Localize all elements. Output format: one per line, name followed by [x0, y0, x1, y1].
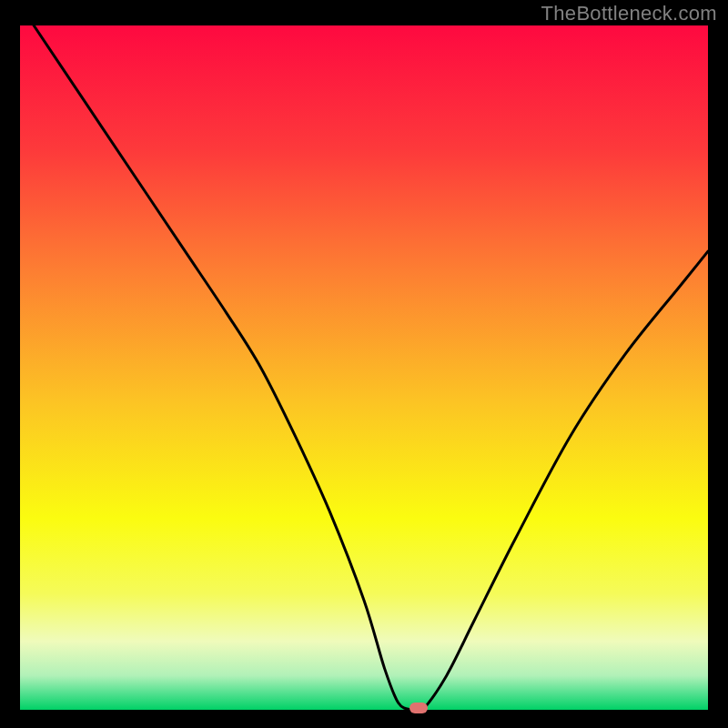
- plot-area: [20, 25, 708, 710]
- gradient-rect: [20, 25, 708, 710]
- watermark-text: TheBottleneck.com: [541, 2, 717, 25]
- plot-svg: [20, 25, 708, 710]
- optimal-point-marker: [410, 703, 428, 713]
- chart-frame: TheBottleneck.com: [0, 0, 728, 728]
